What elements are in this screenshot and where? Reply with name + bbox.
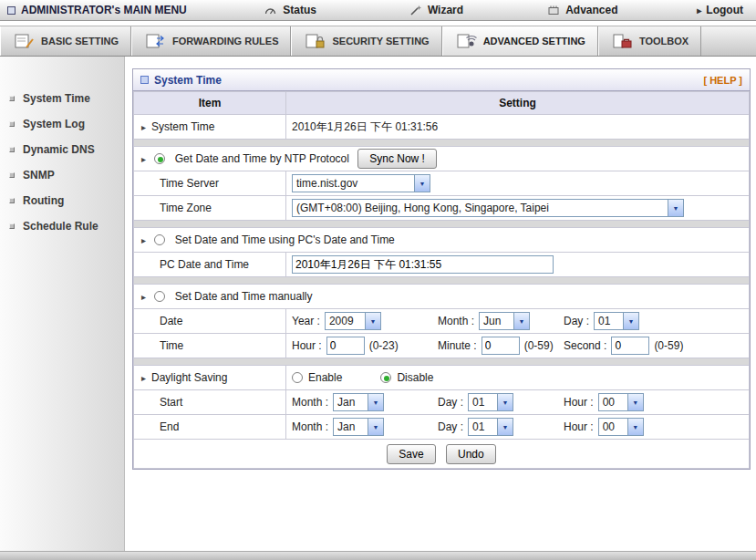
sidebar-item-routing[interactable]: Routing: [0, 188, 124, 213]
end-hour-value: 00: [599, 420, 627, 433]
pc-time-option-row: ▸ Set Date and Time using PC's Date and …: [134, 228, 750, 253]
row-arrow-icon: ▸: [141, 373, 146, 383]
forwarding-rules-icon: [144, 32, 166, 50]
undo-button[interactable]: Undo: [446, 444, 496, 464]
start-month-label: Month :: [292, 396, 328, 409]
end-month-label: Month :: [292, 420, 328, 433]
system-time-value: 2010年1月26日 下午 01:31:56: [286, 115, 750, 140]
year-label: Year :: [292, 315, 320, 327]
end-hour-select[interactable]: 00 ▼: [598, 418, 644, 436]
sync-now-button[interactable]: Sync Now !: [357, 149, 437, 169]
month-select[interactable]: Jun ▼: [479, 312, 530, 330]
settings-table: Item Setting ▸System Time 2010年1月26日 下午 …: [133, 91, 750, 469]
menu-item-label: Status: [283, 4, 316, 16]
menu-item-status[interactable]: Status: [217, 4, 363, 16]
advanced-setting-icon: [455, 32, 477, 50]
tab-label: TOOLBOX: [639, 36, 689, 47]
month-selected-value: Jun: [480, 315, 513, 327]
panel-header: System Time [ HELP ]: [133, 69, 750, 91]
tab-security-setting[interactable]: SECURITY SETTING: [291, 26, 441, 56]
sidebar-item-system-time[interactable]: System Time: [0, 86, 124, 111]
date-label: Date: [134, 309, 286, 334]
tab-label: SECURITY SETTING: [332, 36, 429, 47]
menu-item-advanced[interactable]: Advanced: [510, 4, 656, 16]
status-icon: [264, 5, 277, 16]
sidebar-item-dynamic-dns[interactable]: Dynamic DNS: [0, 137, 124, 162]
manual-option-label: Set Date and Time manually: [175, 290, 313, 303]
wizard-icon: [409, 5, 422, 16]
start-day-select[interactable]: 01 ▼: [468, 393, 513, 411]
menu-item-logout[interactable]: ▸ Logout: [656, 4, 756, 16]
bullet-icon: [9, 198, 15, 203]
second-label: Second :: [564, 339, 606, 352]
chevron-down-icon: ▼: [627, 419, 643, 435]
day-selected-value: 01: [595, 315, 623, 327]
chevron-down-icon: ▼: [623, 313, 638, 329]
toolbox-icon: [611, 32, 633, 50]
section-separator: [134, 221, 750, 228]
daylight-end-row: End Month : Jan ▼: [134, 415, 750, 440]
sidebar-item-snmp[interactable]: SNMP: [0, 162, 124, 188]
pc-date-time-label: PC Date and Time: [134, 253, 286, 277]
minute-label: Minute :: [438, 339, 477, 352]
daylight-enable-radio[interactable]: [292, 372, 303, 383]
pc-date-time-input[interactable]: [292, 255, 554, 274]
daylight-enable-label: Enable: [308, 371, 342, 384]
start-month-select[interactable]: Jan ▼: [333, 393, 384, 411]
chevron-down-icon: ▼: [414, 175, 430, 192]
time-server-select[interactable]: time.nist.gov ▼: [292, 174, 430, 192]
row-arrow-icon: ▸: [141, 292, 146, 302]
logout-arrow-icon: ▸: [697, 5, 701, 16]
tab-toolbox[interactable]: TOOLBOX: [598, 26, 701, 56]
day-select[interactable]: 01 ▼: [594, 312, 639, 330]
tab-forwarding-rules[interactable]: FORWARDING RULES: [131, 26, 292, 56]
sidebar-item-schedule-rule[interactable]: Schedule Rule: [0, 213, 124, 239]
daylight-disable-radio[interactable]: [380, 372, 391, 383]
end-month-select[interactable]: Jan ▼: [333, 418, 384, 436]
manual-option-row: ▸ Set Date and Time manually: [134, 285, 750, 309]
sidebar-item-label: Schedule Rule: [23, 220, 98, 233]
hour-input[interactable]: [326, 337, 365, 355]
pc-date-time-row: PC Date and Time: [134, 253, 750, 277]
tab-basic-setting[interactable]: BASIC SETTING: [0, 26, 131, 56]
time-zone-select[interactable]: (GMT+08:00) Beijing, Hong Kong, Singapor…: [292, 199, 684, 217]
menu-item-wizard[interactable]: Wizard: [363, 4, 509, 16]
daylight-disable-label: Disable: [397, 371, 433, 384]
minute-input[interactable]: [482, 337, 520, 355]
daylight-saving-label: Daylight Saving: [151, 371, 227, 384]
chevron-down-icon: ▼: [497, 419, 513, 435]
tab-advanced-setting[interactable]: ADVANCED SETTING: [442, 26, 598, 56]
time-label: Time: [134, 334, 286, 358]
bullet-icon: [9, 147, 15, 152]
ntp-radio[interactable]: [154, 153, 165, 164]
end-day-select[interactable]: 01 ▼: [468, 418, 513, 436]
help-link[interactable]: [ HELP ]: [703, 75, 742, 86]
security-setting-icon: [304, 32, 326, 50]
chevron-down-icon: ▼: [627, 394, 643, 410]
tab-label: ADVANCED SETTING: [483, 36, 585, 47]
section-separator: [134, 277, 750, 285]
page-title: System Time: [154, 74, 222, 87]
sidebar-item-system-log[interactable]: System Log: [0, 111, 124, 137]
chevron-down-icon: ▼: [368, 419, 383, 435]
year-select[interactable]: 2009 ▼: [325, 312, 381, 330]
bottom-strip: [0, 551, 756, 560]
manual-radio[interactable]: [154, 291, 165, 302]
save-button[interactable]: Save: [387, 444, 435, 464]
chevron-down-icon: ▼: [365, 313, 380, 329]
second-input[interactable]: [611, 337, 649, 355]
item-column-header: Item: [134, 92, 286, 115]
month-label: Month :: [438, 315, 474, 327]
manual-date-row: Date Year : 2009 ▼: [134, 309, 750, 334]
year-selected-value: 2009: [326, 315, 365, 327]
sidebar-item-label: Dynamic DNS: [23, 143, 95, 156]
section-separator: [134, 358, 750, 366]
page: ADMINISTRATOR's MAIN MENU Status Wizard: [0, 0, 756, 560]
start-hour-select[interactable]: 00 ▼: [598, 393, 644, 411]
sidebar-item-label: System Log: [23, 118, 85, 130]
system-time-label: System Time: [151, 120, 214, 133]
advanced-icon: [547, 5, 560, 16]
time-zone-selected-value: (GMT+08:00) Beijing, Hong Kong, Singapor…: [293, 202, 668, 214]
pc-time-radio[interactable]: [154, 234, 165, 245]
pc-time-option-label: Set Date and Time using PC's Date and Ti…: [175, 233, 395, 246]
